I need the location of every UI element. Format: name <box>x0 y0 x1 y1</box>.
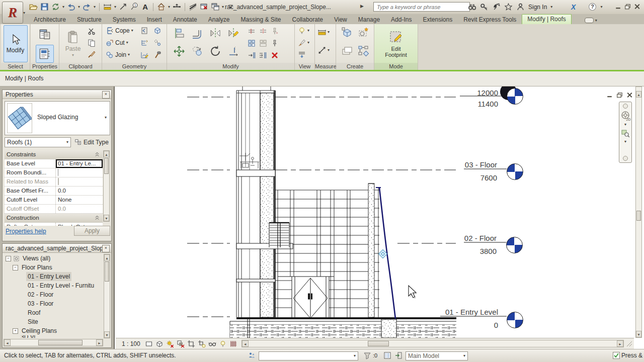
level-elevation-label[interactable]: 3800 <box>480 247 497 255</box>
selection-filter-icon[interactable] <box>363 351 371 359</box>
default-3d-view-icon[interactable] <box>157 3 166 11</box>
property-row[interactable]: Cutoff Offset0.0 <box>5 205 103 214</box>
aligned-dimension-icon-caret[interactable]: ▾ <box>114 5 116 9</box>
tab-revit-express-tools[interactable]: Revit Express Tools <box>458 15 522 24</box>
search-icon[interactable] <box>468 3 476 11</box>
property-value[interactable] <box>56 168 103 177</box>
join-geometry-button[interactable]: Join ▾ <box>106 51 130 59</box>
scale-icon[interactable] <box>259 39 267 47</box>
property-value[interactable] <box>56 177 103 186</box>
project-browser-title[interactable]: rac_advanced_sample_project_Slop... <box>3 244 111 253</box>
tree-item-floor-plans[interactable]: −Floor Plans <box>4 263 103 272</box>
unjoin-icon[interactable] <box>153 39 162 47</box>
show-crop-region-icon[interactable] <box>198 340 206 348</box>
scroll-down-icon[interactable]: ▼ <box>636 331 641 337</box>
tab-collaborate[interactable]: Collaborate <box>287 15 329 24</box>
tab-annotate[interactable]: Annotate <box>168 15 203 24</box>
navbar-wheel-caret-icon[interactable]: ▾ <box>624 123 626 127</box>
sync-with-central-icon-caret[interactable]: ▾ <box>62 5 64 9</box>
browser-hscrollbar[interactable]: ◄ ► <box>4 339 103 346</box>
tree-item-3d-vi[interactable]: 3D Vi <box>4 335 103 338</box>
view-restore-icon[interactable] <box>616 92 623 99</box>
property-row[interactable]: Base Offset Fr...0.0 <box>5 187 103 196</box>
tree-item-01-entry-level[interactable]: 01 - Entry Level <box>4 272 103 281</box>
move-icon[interactable] <box>173 45 185 57</box>
tab-analyze[interactable]: Analyze <box>203 15 235 24</box>
worksets-icon[interactable] <box>248 351 256 359</box>
section-collapse-icon[interactable] <box>95 152 100 157</box>
mode-panel-label[interactable]: Mode <box>374 63 418 70</box>
properties-help-link[interactable]: Properties help <box>6 228 46 235</box>
match-type-properties-icon[interactable] <box>88 50 96 58</box>
split-element-icon[interactable] <box>248 27 256 35</box>
linework-icon[interactable] <box>298 51 306 59</box>
mirror-pick-axis-icon[interactable] <box>209 27 221 39</box>
level-marker-icon[interactable] <box>507 163 523 180</box>
demolish-icon[interactable] <box>153 51 162 59</box>
level-elevation-label[interactable]: 7600 <box>480 173 497 182</box>
infocenter-search-input[interactable] <box>373 2 470 12</box>
crop-view-icon[interactable] <box>187 340 195 348</box>
canvas-vscrollbar[interactable]: ▲ ▼ <box>635 86 642 338</box>
split-face-icon[interactable] <box>140 39 148 47</box>
project-browser-close-icon[interactable]: × <box>102 245 110 252</box>
paint-icon[interactable] <box>140 51 148 59</box>
property-row[interactable]: Cutoff LevelNone <box>5 196 103 205</box>
scroll-up-icon[interactable]: ▲ <box>636 91 641 98</box>
properties-scrollbar[interactable]: ▲ ▼ <box>103 150 110 222</box>
detail-level-icon[interactable] <box>145 340 153 348</box>
press-drag-checkbox[interactable] <box>613 352 620 359</box>
properties-panel-label[interactable]: Properties <box>31 63 59 70</box>
edit-type-button[interactable]: Edit Type <box>73 137 110 147</box>
property-row[interactable]: Room Boundi... <box>5 168 103 177</box>
level-marker-icon[interactable] <box>507 312 523 328</box>
paste-button[interactable]: Paste ▾ <box>62 25 84 62</box>
thin-lines-icon[interactable] <box>189 3 197 11</box>
scroll-left-icon[interactable]: ◄ <box>4 339 11 346</box>
create-group-icon[interactable] <box>357 27 369 39</box>
level-name-label[interactable]: 03 - Floor <box>465 160 497 169</box>
close-icon[interactable] <box>633 3 641 10</box>
property-value[interactable]: 0.0 <box>56 205 103 213</box>
undo-icon-caret[interactable]: ▾ <box>78 5 80 9</box>
level-elevation-label[interactable]: 0 <box>494 321 498 329</box>
editable-only-icon[interactable] <box>394 351 403 359</box>
press-drag-toggle[interactable]: Press & <box>613 352 644 359</box>
split-with-gap-icon[interactable] <box>259 27 267 35</box>
beam-joins-icon[interactable] <box>140 27 148 35</box>
text-icon[interactable]: A <box>141 3 149 11</box>
level-name-label[interactable]: 01 - Entry Level <box>445 308 498 316</box>
scroll-up-icon[interactable]: ▲ <box>104 254 110 261</box>
create-similar-icon[interactable] <box>357 45 369 57</box>
tab-view[interactable]: View <box>329 15 353 24</box>
level-elevation-label[interactable]: 12000 <box>477 88 498 97</box>
ribbon-display-toggle[interactable]: ▾ <box>581 17 601 24</box>
cut-geometry-button[interactable]: Cut ▾ <box>106 39 128 47</box>
visual-style-icon[interactable] <box>155 340 164 348</box>
view-close-icon[interactable] <box>626 92 633 99</box>
scrollbar-thumb[interactable] <box>104 158 109 174</box>
cut-to-clipboard-icon[interactable] <box>88 27 96 35</box>
override-graphics-icon[interactable] <box>298 39 306 47</box>
tab-architecture[interactable]: Architecture <box>28 15 71 24</box>
reveal-elements-icon[interactable] <box>298 27 306 35</box>
tag-by-category-icon[interactable]: 1 <box>130 3 138 11</box>
apply-button[interactable]: Apply <box>74 226 110 236</box>
subscription-icon[interactable] <box>480 3 489 11</box>
sign-in-label[interactable]: Sign In <box>528 4 547 11</box>
scroll-down-icon[interactable]: ▼ <box>104 331 110 338</box>
selection-filter-dropdown[interactable]: Roofs (1) ▾ <box>5 137 71 147</box>
level-marker-icon[interactable] <box>506 237 523 253</box>
cope-button[interactable]: Cope ▾ <box>106 27 133 35</box>
worksharing-display-icon[interactable] <box>229 340 237 348</box>
property-value[interactable]: 01 - Entry Le... <box>56 159 103 168</box>
tab-manage[interactable]: Manage <box>353 15 385 24</box>
unpin-icon[interactable] <box>271 27 279 35</box>
tab-massing-site[interactable]: Massing & Site <box>235 15 287 24</box>
trim-extend-single-icon[interactable] <box>248 51 256 59</box>
rotate-icon[interactable] <box>209 45 221 57</box>
temporary-hide-isolate-icon[interactable] <box>208 340 216 348</box>
minimize-icon[interactable] <box>614 3 622 10</box>
save-icon[interactable] <box>40 3 49 11</box>
favorites-icon[interactable] <box>504 3 513 11</box>
